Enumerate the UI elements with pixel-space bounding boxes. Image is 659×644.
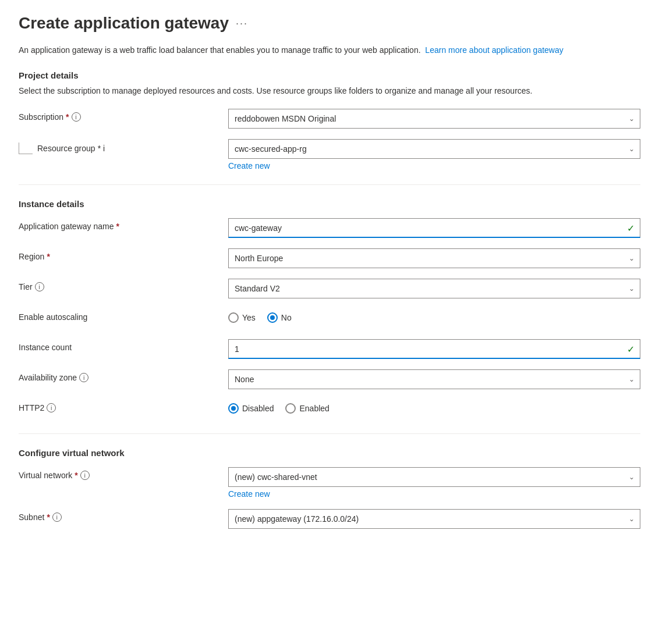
subnet-row: Subnet * i (new) appgateway (172.16.0.0/… bbox=[19, 509, 640, 529]
http2-label: HTTP2 bbox=[19, 403, 44, 412]
http2-disabled-label: Disabled bbox=[242, 404, 274, 413]
subnet-select-wrapper: (new) appgateway (172.16.0.0/24) ⌄ bbox=[228, 509, 640, 529]
availability-zone-row: Availability zone i None ⌄ bbox=[19, 369, 640, 389]
region-required: * bbox=[47, 252, 49, 261]
autoscaling-label: Enable autoscaling bbox=[19, 312, 87, 322]
resource-group-info-icon[interactable]: i bbox=[103, 144, 105, 153]
autoscaling-control: Yes No bbox=[228, 309, 640, 323]
project-details-section: Project details Select the subscription … bbox=[19, 70, 640, 97]
gateway-name-label-wrapper: Application gateway name * bbox=[19, 218, 228, 231]
region-row: Region * North Europe ⌄ bbox=[19, 248, 640, 268]
instance-count-label-wrapper: Instance count bbox=[19, 339, 228, 352]
resource-group-label-wrapper: Resource group * i bbox=[19, 139, 228, 154]
region-label-wrapper: Region * bbox=[19, 248, 228, 261]
resource-group-indent: Resource group * i bbox=[19, 143, 105, 154]
subscription-row: Subscription * i reddobowen MSDN Origina… bbox=[19, 109, 640, 129]
vnet-required: * bbox=[75, 471, 77, 480]
page-title-ellipsis[interactable]: ··· bbox=[236, 17, 248, 30]
http2-disabled-radio[interactable] bbox=[228, 403, 239, 414]
indent-line bbox=[19, 143, 33, 154]
autoscaling-no-radio-inner bbox=[270, 315, 275, 320]
gateway-name-control: cwc-gateway ✓ bbox=[228, 218, 640, 238]
availability-zone-info-icon[interactable]: i bbox=[79, 373, 88, 382]
resource-group-select-wrapper: cwc-secured-app-rg ⌄ bbox=[228, 139, 640, 159]
subscription-label: Subscription bbox=[19, 112, 63, 122]
http2-enabled-label: Enabled bbox=[299, 404, 329, 413]
tier-label: Tier bbox=[19, 282, 33, 291]
tier-info-icon[interactable]: i bbox=[35, 282, 44, 291]
resource-group-row: Resource group * i cwc-secured-app-rg ⌄ … bbox=[19, 139, 640, 170]
subscription-label-wrapper: Subscription * i bbox=[19, 109, 228, 122]
autoscaling-yes-option[interactable]: Yes bbox=[228, 312, 256, 323]
tier-control: Standard V2 ⌄ bbox=[228, 279, 640, 298]
tier-select[interactable]: Standard V2 bbox=[228, 279, 640, 298]
availability-zone-select[interactable]: None bbox=[228, 369, 640, 389]
vnet-select-wrapper: (new) cwc-shared-vnet ⌄ bbox=[228, 467, 640, 487]
region-select[interactable]: North Europe bbox=[228, 248, 640, 268]
learn-more-link[interactable]: Learn more about application gateway bbox=[425, 45, 563, 55]
http2-info-icon[interactable]: i bbox=[47, 403, 56, 412]
subnet-select[interactable]: (new) appgateway (172.16.0.0/24) bbox=[228, 509, 640, 529]
subscription-control: reddobowen MSDN Original ⌄ bbox=[228, 109, 640, 129]
subnet-required: * bbox=[47, 513, 49, 522]
autoscaling-no-radio[interactable] bbox=[267, 312, 278, 323]
tier-label-wrapper: Tier i bbox=[19, 279, 228, 291]
subnet-info-icon[interactable]: i bbox=[52, 513, 62, 522]
http2-label-wrapper: HTTP2 i bbox=[19, 400, 228, 412]
http2-enabled-radio[interactable] bbox=[285, 403, 296, 414]
autoscaling-no-label: No bbox=[281, 313, 292, 322]
resource-group-create-new-link[interactable]: Create new bbox=[228, 161, 270, 170]
subnet-label-wrapper: Subnet * i bbox=[19, 509, 228, 522]
availability-zone-label: Availability zone bbox=[19, 373, 77, 382]
instance-count-row: Instance count ✓ bbox=[19, 339, 640, 359]
autoscaling-label-wrapper: Enable autoscaling bbox=[19, 309, 228, 322]
http2-disabled-option[interactable]: Disabled bbox=[228, 403, 274, 414]
subnet-control: (new) appgateway (172.16.0.0/24) ⌄ bbox=[228, 509, 640, 529]
resource-group-required: * bbox=[98, 144, 101, 153]
region-control: North Europe ⌄ bbox=[228, 248, 640, 268]
autoscaling-radio-group: Yes No bbox=[228, 309, 640, 323]
gateway-name-input-wrapper: cwc-gateway ✓ bbox=[228, 218, 640, 238]
instance-count-input-wrapper: ✓ bbox=[228, 339, 640, 359]
vnet-control: (new) cwc-shared-vnet ⌄ Create new bbox=[228, 467, 640, 499]
vnet-create-new-link[interactable]: Create new bbox=[228, 489, 270, 499]
vnet-select[interactable]: (new) cwc-shared-vnet bbox=[228, 467, 640, 487]
http2-radio-group: Disabled Enabled bbox=[228, 400, 640, 414]
section-divider-2 bbox=[19, 433, 640, 434]
tier-select-wrapper: Standard V2 ⌄ bbox=[228, 279, 640, 298]
http2-disabled-radio-inner bbox=[231, 406, 236, 411]
project-details-desc: Select the subscription to manage deploy… bbox=[19, 85, 630, 97]
description-text: An application gateway is a web traffic … bbox=[19, 45, 421, 55]
virtual-network-title: Configure virtual network bbox=[19, 448, 640, 458]
gateway-name-required: * bbox=[116, 222, 119, 231]
resource-group-control: cwc-secured-app-rg ⌄ Create new bbox=[228, 139, 640, 170]
availability-zone-select-wrapper: None ⌄ bbox=[228, 369, 640, 389]
gateway-name-row: Application gateway name * cwc-gateway ✓ bbox=[19, 218, 640, 238]
http2-control: Disabled Enabled bbox=[228, 400, 640, 414]
autoscaling-no-option[interactable]: No bbox=[267, 312, 292, 323]
subscription-select-wrapper: reddobowen MSDN Original ⌄ bbox=[228, 109, 640, 129]
autoscaling-yes-label: Yes bbox=[242, 313, 256, 322]
subscription-select[interactable]: reddobowen MSDN Original bbox=[228, 109, 640, 129]
gateway-name-input[interactable]: cwc-gateway bbox=[228, 218, 640, 238]
page-description: An application gateway is a web traffic … bbox=[19, 44, 630, 56]
http2-row: HTTP2 i Disabled Enabled bbox=[19, 400, 640, 419]
vnet-row: Virtual network * i (new) cwc-shared-vne… bbox=[19, 467, 640, 499]
gateway-name-label: Application gateway name bbox=[19, 222, 114, 231]
subnet-label: Subnet bbox=[19, 513, 44, 522]
project-details-title: Project details bbox=[19, 70, 640, 80]
resource-group-select[interactable]: cwc-secured-app-rg bbox=[228, 139, 640, 159]
autoscaling-yes-radio[interactable] bbox=[228, 312, 239, 323]
vnet-info-icon[interactable]: i bbox=[80, 471, 90, 480]
instance-count-input[interactable] bbox=[228, 339, 640, 359]
subscription-info-icon[interactable]: i bbox=[72, 112, 81, 122]
http2-enabled-option[interactable]: Enabled bbox=[285, 403, 329, 414]
availability-zone-label-wrapper: Availability zone i bbox=[19, 369, 228, 382]
vnet-label-wrapper: Virtual network * i bbox=[19, 467, 228, 480]
tier-row: Tier i Standard V2 ⌄ bbox=[19, 279, 640, 298]
page-title-container: Create application gateway ··· bbox=[19, 14, 640, 33]
resource-group-label: Resource group bbox=[37, 144, 95, 153]
autoscaling-row: Enable autoscaling Yes No bbox=[19, 309, 640, 329]
availability-zone-control: None ⌄ bbox=[228, 369, 640, 389]
instance-count-label: Instance count bbox=[19, 343, 72, 352]
